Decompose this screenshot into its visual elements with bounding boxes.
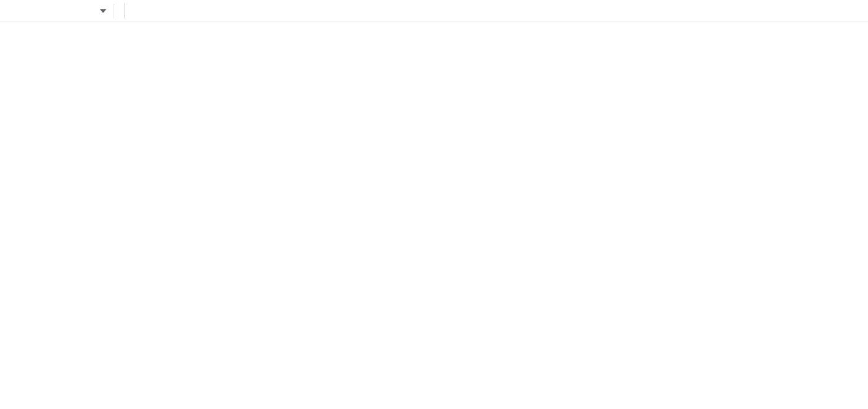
chevron-down-icon [100,9,106,13]
formula-bar [0,0,868,22]
divider [114,4,114,19]
divider [124,4,125,19]
name-box-dropdown[interactable] [52,9,114,13]
